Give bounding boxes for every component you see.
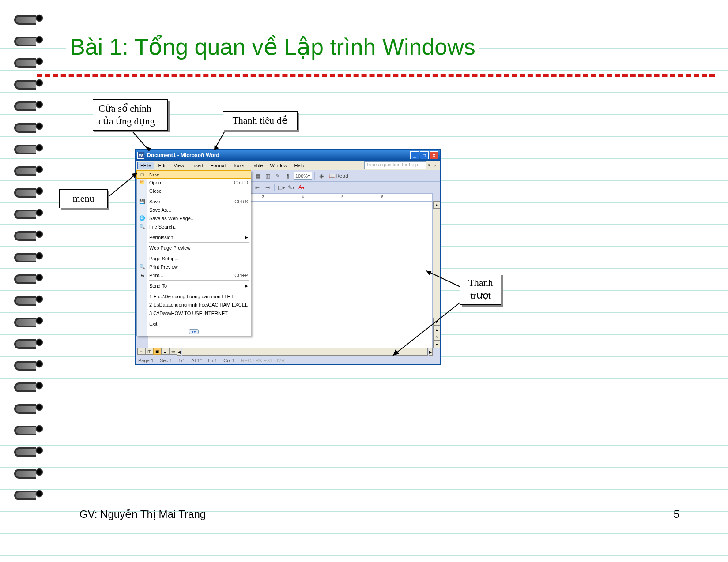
file-menu-item[interactable]: Send To▶ (137, 281, 251, 290)
reading-view-button[interactable]: ▭ (169, 348, 177, 355)
submenu-arrow-icon: ▶ (245, 284, 248, 288)
arrow-hscroll (389, 300, 464, 363)
menu-item-label: 3 C:\Data\HOW TO USE INTERNET (149, 311, 228, 316)
menu-item-icon: 🔍 (139, 223, 146, 230)
menu-format[interactable]: Format (207, 162, 229, 169)
menu-item-label: Print Preview (149, 264, 178, 270)
menu-item-icon (139, 293, 146, 300)
file-menu-item[interactable]: □New... (136, 170, 251, 179)
ruler-mark: 3 (262, 195, 264, 199)
columns-icon[interactable]: ▥ (263, 172, 272, 180)
menu-item-shortcut: Ctrl+S (234, 199, 248, 204)
file-menu-item[interactable]: 🔍File Search... (137, 222, 251, 231)
menu-item-label: Print... (149, 273, 163, 278)
read-button[interactable]: 📖 Read (327, 172, 350, 180)
arrow-title-bar (212, 131, 230, 154)
help-close-icon[interactable]: × (432, 163, 438, 168)
file-menu-item[interactable]: 1 E:\...\De cuong huong dan mon LTHT (137, 292, 251, 300)
menu-item-label: Save as Web Page... (149, 216, 195, 221)
help-dropdown-icon[interactable]: ▾ (428, 162, 430, 168)
outline-view-button[interactable]: ≣ (161, 348, 169, 355)
scroll-left-icon[interactable]: ◀ (177, 348, 181, 356)
menu-item-label: 2 E:\Data\chuong trinh hoc\CAC HAM EXCEL (149, 302, 248, 307)
ruler-mark: 4 (302, 195, 304, 199)
close-button[interactable]: × (430, 151, 438, 159)
spiral-binding (23, 13, 43, 498)
menu-insert[interactable]: Insert (188, 162, 207, 169)
callout-menu: menu (59, 189, 108, 208)
file-menu-item[interactable]: 📂Open...Ctrl+O (137, 178, 251, 187)
file-menu-item[interactable]: 🔍Print Preview (137, 262, 251, 271)
normal-view-button[interactable]: ≡ (137, 348, 145, 355)
scroll-up-icon[interactable]: ▲ (433, 201, 440, 209)
menu-item-label: New... (149, 172, 163, 177)
arrow-app-window (128, 129, 155, 157)
menu-view[interactable]: View (170, 162, 187, 169)
menu-window[interactable]: Window (267, 162, 290, 169)
menu-item-label: Send To (149, 283, 167, 288)
file-menu-item[interactable]: 💾SaveCtrl+S (137, 197, 251, 206)
web-view-button[interactable]: ◫ (145, 348, 153, 355)
file-menu-item[interactable]: 🌐Save as Web Page... (137, 214, 251, 222)
menu-item-label: Save As... (149, 207, 171, 213)
zoom-box[interactable]: 100% ▾ (294, 172, 312, 180)
footer-text: GV: Nguyễn Thị Mai Trang (79, 508, 206, 521)
file-menu-item[interactable]: 3 C:\Data\HOW TO USE INTERNET (137, 309, 251, 317)
menu-item-icon (139, 320, 146, 327)
ruler-mark: 6 (381, 195, 383, 199)
menu-help[interactable]: Help (291, 162, 308, 169)
menu-item-label: File Search... (149, 224, 178, 229)
table-icon[interactable]: ▦ (253, 172, 262, 180)
menu-item-icon (139, 282, 146, 289)
maximize-button[interactable]: □ (420, 151, 429, 159)
file-menu-item[interactable]: 🖨Print...Ctrl+P (137, 271, 251, 279)
file-menu-item[interactable]: Close (137, 187, 251, 195)
svg-marker-9 (393, 349, 399, 356)
file-menu-item[interactable]: Exit (137, 319, 251, 328)
title-bar[interactable]: W Document1 - Microsoft Word _ □ × (136, 150, 440, 161)
indent-icon[interactable]: ⇥ (263, 183, 272, 192)
file-menu-item[interactable]: Web Page Preview (137, 244, 251, 252)
submenu-arrow-icon: ▶ (245, 235, 248, 240)
menu-item-icon (139, 310, 146, 317)
menu-file[interactable]: FFileFile (137, 162, 154, 169)
svg-line-8 (393, 303, 460, 356)
menu-tools[interactable]: Tools (230, 162, 247, 169)
menu-table[interactable]: Table (248, 162, 266, 169)
window-title-text: Document1 - Microsoft Word (147, 152, 219, 158)
file-menu-item[interactable]: 2 E:\Data\chuong trinh hoc\CAC HAM EXCEL (137, 300, 251, 309)
print-layout-button[interactable]: ▣ (153, 348, 161, 355)
help-search-input[interactable]: Type a question for help (364, 161, 426, 169)
border-icon[interactable]: ▢▾ (277, 183, 286, 192)
menu-item-label: Close (149, 188, 162, 194)
status-modes: REC TRK EXT OVR (241, 358, 285, 363)
page-number: 5 (674, 508, 679, 521)
file-menu-item[interactable]: Save As... (137, 206, 251, 214)
minimize-button[interactable]: _ (410, 151, 419, 159)
menu-item-icon (139, 301, 146, 308)
status-at: At 1" (191, 358, 201, 363)
file-menu-item[interactable]: Page Setup... (137, 254, 251, 262)
status-section: Sec 1 (160, 358, 172, 363)
menu-bar: FFileFile Edit View Insert Format Tools … (136, 161, 440, 170)
menu-item-label: Open... (149, 180, 165, 185)
menu-item-label: 1 E:\...\De cuong huong dan mon LTHT (149, 294, 234, 299)
menu-item-icon (139, 234, 146, 241)
help-icon[interactable]: ◉ (317, 172, 326, 180)
file-menu-item[interactable]: Permission▶ (137, 233, 251, 241)
status-pages: 1/1 (178, 358, 185, 363)
menu-item-icon: 🖨 (139, 272, 146, 279)
title-underline (37, 74, 715, 77)
menu-item-label: Save (149, 199, 160, 204)
show-para-icon[interactable]: ¶ (283, 172, 292, 180)
font-color-icon[interactable]: A▾ (297, 183, 306, 192)
menu-edit[interactable]: Edit (155, 162, 170, 169)
menu-item-icon: 🌐 (139, 215, 146, 222)
arrow-menu (107, 171, 143, 204)
file-menu-dropdown: □New...📂Open...Ctrl+OClose💾SaveCtrl+SSav… (136, 170, 251, 336)
drawing-icon[interactable]: ✎ (273, 172, 282, 180)
highlight-icon[interactable]: ✎▾ (287, 183, 296, 192)
outdent-icon[interactable]: ⇤ (253, 183, 262, 192)
expand-menu-button[interactable]: ▾▾ (189, 329, 199, 334)
svg-line-0 (130, 129, 149, 151)
